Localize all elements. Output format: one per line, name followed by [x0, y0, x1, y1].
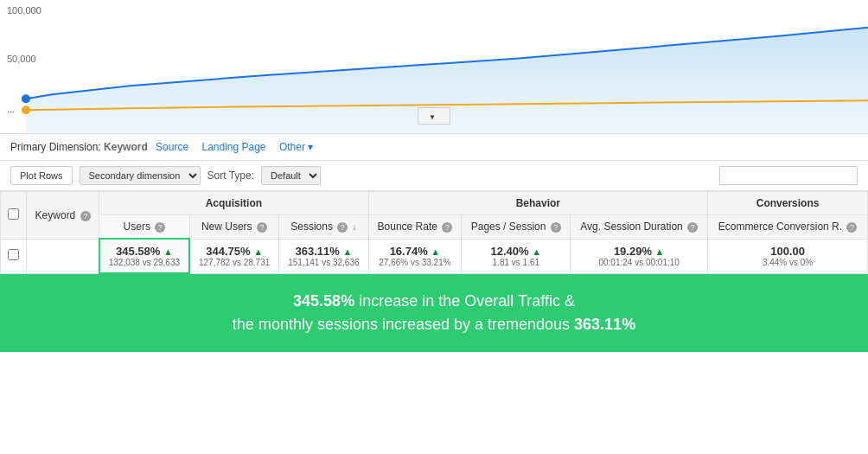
sessions-help-icon[interactable]: ?	[337, 222, 348, 233]
sessions-cell: 363.11% ▲ 151,141 vs 32,636	[279, 239, 368, 273]
sessions-pct: 363.11% ▲	[286, 245, 361, 258]
users-pct: 345.58% ▲	[107, 245, 182, 258]
green-banner: 345.58% increase in the Overall Traffic …	[0, 274, 868, 352]
col-header-ecommerce: Ecommerce Conversion R. ?	[708, 215, 868, 240]
avg-session-pct: 19.29% ▲	[578, 245, 700, 258]
bounce-rate-help-icon[interactable]: ?	[442, 222, 452, 233]
banner-line1: 345.58% increase in the Overall Traffic …	[17, 290, 851, 313]
bounce-rate-pct: 16.74% ▲	[376, 245, 455, 258]
col-header-bounce-rate: Bounce Rate ?	[368, 215, 462, 240]
data-table: Keyword ? Acquisition Behavior Conversio…	[0, 191, 868, 274]
col-header-users: Users ?	[99, 215, 189, 240]
banner-text1: increase in the Overall Traffic &	[354, 292, 575, 310]
primary-dimension-source[interactable]: Source	[156, 141, 188, 153]
toolbar: Plot Rows Secondary dimension Sort Type:…	[0, 161, 868, 191]
sort-type-label: Sort Type:	[207, 169, 254, 182]
sort-type-select[interactable]: Default	[261, 166, 321, 185]
new-users-up-arrow: ▲	[253, 246, 263, 257]
primary-dimension-label: Primary Dimension:	[10, 141, 101, 153]
acquisition-group-header: Acquisition	[99, 192, 368, 215]
new-users-pct: 344.75% ▲	[197, 245, 271, 258]
svg-point-0	[22, 94, 30, 103]
primary-dimension-other[interactable]: Other ▾	[279, 141, 313, 153]
keyword-group-header: Keyword ?	[27, 192, 99, 240]
bounce-rate-cell: 16.74% ▲ 27.66% vs 33.21%	[368, 239, 462, 273]
col-header-new-users: New Users ?	[189, 215, 279, 240]
new-users-cell: 344.75% ▲ 127,782 vs 28,731	[189, 239, 279, 273]
row-select-checkbox[interactable]	[8, 249, 19, 260]
keyword-label: Keyword	[35, 209, 76, 221]
avg-session-help-icon[interactable]: ?	[687, 222, 698, 233]
users-help-icon[interactable]: ?	[155, 222, 165, 233]
checkbox-all[interactable]	[8, 208, 19, 220]
ecommerce-help-icon[interactable]: ?	[846, 222, 857, 233]
primary-dimension-active: Keyword	[104, 141, 148, 153]
banner-line2: the monthly sessions increased by a trem…	[17, 313, 851, 336]
new-users-help-icon[interactable]: ?	[257, 222, 267, 233]
primary-dimension-bar: Primary Dimension: Keyword Source Landin…	[0, 134, 868, 161]
pages-session-pct: 12.40% ▲	[469, 245, 563, 258]
pages-session-sub: 1.81 vs 1.61	[469, 258, 563, 267]
row-checkbox[interactable]	[1, 239, 27, 273]
users-cell: 345.58% ▲ 132,038 vs 29,633	[99, 239, 189, 273]
bounce-rate-sub: 27.66% vs 33.21%	[376, 258, 455, 267]
keyword-cell	[27, 239, 99, 273]
banner-text2: the monthly sessions increased by a trem…	[233, 316, 574, 333]
search-input[interactable]	[719, 166, 858, 185]
pages-session-up-arrow: ▲	[532, 246, 541, 257]
select-all-checkbox[interactable]	[1, 192, 27, 240]
bounce-rate-up-arrow: ▲	[431, 246, 440, 257]
users-up-arrow: ▲	[163, 246, 173, 257]
primary-dimension-landing-page[interactable]: Landing Page	[201, 141, 265, 153]
svg-point-1	[22, 106, 30, 114]
pages-session-cell: 12.40% ▲ 1.81 vs 1.61	[462, 239, 571, 273]
ecommerce-sub: 3.44% vs 0%	[715, 258, 860, 267]
col-header-sessions: Sessions ? ↓	[279, 215, 368, 240]
conversions-group-header: Conversions	[708, 192, 868, 215]
banner-highlight2: 363.11%	[574, 316, 635, 333]
sessions-sort-icon[interactable]: ↓	[353, 222, 357, 232]
ecommerce-pct: 100.00	[715, 245, 860, 258]
plot-rows-button[interactable]: Plot Rows	[10, 166, 73, 185]
behavior-group-header: Behavior	[368, 192, 708, 215]
col-header-avg-session: Avg. Session Duration ?	[571, 215, 708, 240]
new-users-sub: 127,782 vs 28,731	[197, 258, 271, 267]
banner-highlight1: 345.58%	[293, 292, 354, 310]
avg-session-cell: 19.29% ▲ 00:01:24 vs 00:01:10	[571, 239, 708, 273]
avg-session-sub: 00:01:24 vs 00:01:10	[578, 258, 700, 267]
sessions-sub: 151,141 vs 32,636	[286, 258, 361, 267]
chart-dropdown[interactable]	[418, 107, 450, 125]
users-sub: 132,038 vs 29,633	[107, 258, 182, 267]
avg-session-up-arrow: ▲	[655, 246, 665, 257]
pages-session-help-icon[interactable]: ?	[551, 222, 561, 233]
sessions-up-arrow: ▲	[342, 246, 352, 257]
keyword-help-icon[interactable]: ?	[80, 211, 91, 221]
chart-area: 100,000 50,000 ...	[0, 0, 868, 134]
table-row: 345.58% ▲ 132,038 vs 29,633 344.75% ▲ 12…	[1, 239, 868, 273]
ecommerce-cell: 100.00 3.44% vs 0%	[708, 239, 868, 273]
secondary-dimension-select[interactable]: Secondary dimension	[80, 166, 201, 185]
col-header-pages-session: Pages / Session ?	[462, 215, 571, 240]
